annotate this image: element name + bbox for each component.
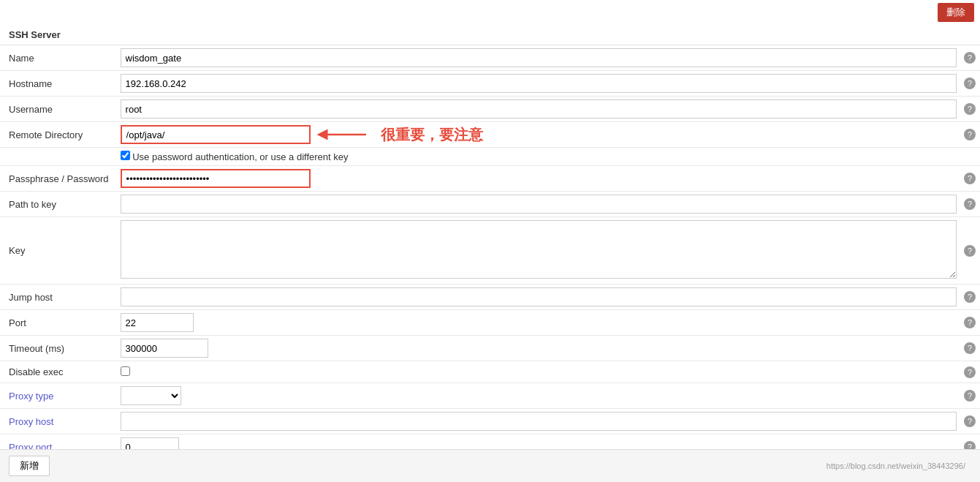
passphrase-input[interactable]: [121, 169, 311, 188]
hostname-help-icon[interactable]: ?: [964, 78, 976, 89]
timeout-help[interactable]: ?: [960, 336, 980, 361]
timeout-input[interactable]: [121, 339, 208, 358]
passphrase-label: Passphrase / Password: [0, 166, 118, 192]
disable-exec-input-cell: [118, 361, 960, 383]
proxy-type-help-icon[interactable]: ?: [964, 390, 976, 402]
name-label: Name: [0, 45, 118, 71]
arrow-svg: [315, 124, 373, 146]
port-help[interactable]: ?: [960, 310, 980, 336]
annotation-arrow: 很重要，要注意: [315, 124, 483, 146]
password-auth-text: Use password authentication, or use a di…: [132, 151, 348, 162]
key-input[interactable]: [121, 220, 957, 279]
username-help-icon[interactable]: ?: [964, 103, 976, 115]
proxy-host-label: Proxy host: [0, 409, 118, 434]
passphrase-input-cell: [118, 166, 960, 192]
password-auth-label-cell: [0, 148, 118, 166]
jump-host-row: Jump host ?: [0, 285, 980, 310]
proxy-type-row: Proxy type HTTP SOCKS5 ?: [0, 383, 980, 409]
key-input-cell: [118, 217, 960, 285]
jump-host-help-icon[interactable]: ?: [964, 291, 976, 303]
password-auth-help: [960, 148, 980, 166]
path-to-key-help[interactable]: ?: [960, 192, 980, 217]
hostname-label: Hostname: [0, 71, 118, 97]
name-help-icon[interactable]: ?: [964, 52, 976, 64]
annotation-text: 很重要，要注意: [381, 125, 483, 145]
top-bar: 删除: [0, 0, 980, 25]
username-label: Username: [0, 97, 118, 122]
hostname-input-cell: [118, 71, 960, 97]
proxy-type-help[interactable]: ?: [960, 383, 980, 409]
path-to-key-label: Path to key: [0, 192, 118, 217]
name-row: Name ?: [0, 45, 980, 71]
key-row: Key ?: [0, 217, 980, 285]
port-label: Port: [0, 310, 118, 336]
hostname-row: Hostname ?: [0, 71, 980, 97]
remote-dir-help[interactable]: ?: [960, 122, 980, 148]
proxy-host-input[interactable]: [121, 412, 957, 431]
passphrase-help[interactable]: ?: [960, 166, 980, 192]
timeout-help-icon[interactable]: ?: [964, 342, 976, 354]
jump-host-label: Jump host: [0, 285, 118, 310]
section-header: SSH Server: [0, 25, 980, 45]
url-hint: https://blog.csdn.net/weixin_38443296/: [827, 462, 965, 470]
page-wrapper: 删除 SSH Server Name ? Hostname ? User: [0, 0, 980, 482]
passphrase-help-icon[interactable]: ?: [964, 173, 976, 184]
remote-dir-input-cell: 很重要，要注意: [118, 122, 960, 148]
password-auth-label: Use password authentication, or use a di…: [121, 151, 349, 162]
timeout-row: Timeout (ms) ?: [0, 336, 980, 361]
port-help-icon[interactable]: ?: [964, 317, 976, 328]
path-to-key-help-icon[interactable]: ?: [964, 198, 976, 210]
path-to-key-input-cell: [118, 192, 960, 217]
password-auth-row: Use password authentication, or use a di…: [0, 148, 980, 166]
bottom-bar: 新增 https://blog.csdn.net/weixin_38443296…: [0, 449, 980, 482]
username-help[interactable]: ?: [960, 97, 980, 122]
disable-exec-checkbox[interactable]: [121, 366, 130, 376]
timeout-input-cell: [118, 336, 960, 361]
remote-dir-help-icon[interactable]: ?: [964, 129, 976, 140]
disable-exec-help[interactable]: ?: [960, 361, 980, 383]
proxy-type-select[interactable]: HTTP SOCKS5: [121, 386, 181, 405]
port-input-cell: [118, 310, 960, 336]
hostname-input[interactable]: [121, 74, 957, 93]
key-label: Key: [0, 217, 118, 285]
add-button[interactable]: 新增: [9, 456, 50, 476]
key-help-icon[interactable]: ?: [964, 245, 976, 257]
key-help[interactable]: ?: [960, 217, 980, 285]
password-auth-input-cell: Use password authentication, or use a di…: [118, 148, 960, 166]
name-input[interactable]: [121, 48, 957, 67]
remote-dir-input[interactable]: [121, 125, 311, 144]
port-input[interactable]: [121, 313, 194, 332]
disable-exec-row: Disable exec ?: [0, 361, 980, 383]
jump-host-input-cell: [118, 285, 960, 310]
password-auth-checkbox[interactable]: [121, 151, 130, 160]
proxy-host-row: Proxy host ?: [0, 409, 980, 434]
proxy-host-help-icon[interactable]: ?: [964, 415, 976, 427]
passphrase-row: Passphrase / Password ?: [0, 166, 980, 192]
username-row: Username ?: [0, 97, 980, 122]
name-input-cell: [118, 45, 960, 71]
disable-exec-label: Disable exec: [0, 361, 118, 383]
jump-host-help[interactable]: ?: [960, 285, 980, 310]
timeout-label: Timeout (ms): [0, 336, 118, 361]
path-to-key-input[interactable]: [121, 195, 957, 214]
proxy-type-label: Proxy type: [0, 383, 118, 409]
path-to-key-row: Path to key ?: [0, 192, 980, 217]
hostname-help[interactable]: ?: [960, 71, 980, 97]
name-help[interactable]: ?: [960, 45, 980, 71]
proxy-host-help[interactable]: ?: [960, 409, 980, 434]
proxy-host-input-cell: [118, 409, 960, 434]
username-input-cell: [118, 97, 960, 122]
ssh-form-table: Name ? Hostname ? Username ?: [0, 45, 980, 482]
jump-host-input[interactable]: [121, 287, 957, 306]
delete-button-top[interactable]: 删除: [938, 3, 974, 22]
bottom-right: https://blog.csdn.net/weixin_38443296/: [827, 462, 971, 470]
port-row: Port ?: [0, 310, 980, 336]
remote-dir-row: Remote Directory 很重要，要注意: [0, 122, 980, 148]
remote-dir-label: Remote Directory: [0, 122, 118, 148]
proxy-type-input-cell: HTTP SOCKS5: [118, 383, 960, 409]
disable-exec-help-icon[interactable]: ?: [964, 366, 976, 378]
username-input[interactable]: [121, 99, 957, 118]
